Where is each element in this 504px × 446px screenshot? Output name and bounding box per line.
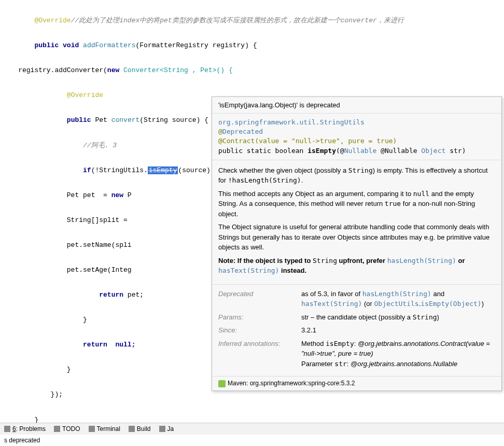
- hastext-link[interactable]: hasText(String): [218, 267, 279, 274]
- todo-icon: [54, 426, 60, 432]
- tooltip-footer: Maven: org.springframework:spring-core:5…: [212, 377, 501, 391]
- terminal-icon: [89, 426, 95, 432]
- build-icon: [129, 426, 135, 432]
- java-icon: [159, 426, 165, 432]
- tooltip-details: Deprecated as of 5.3, in favor of hasLen…: [212, 285, 501, 377]
- documentation-popup[interactable]: 'isEmpty(java.lang.Object)' is deprecate…: [212, 96, 502, 391]
- tooltip-header: 'isEmpty(java.lang.Object)' is deprecate…: [212, 97, 501, 114]
- terminal-tool[interactable]: Terminal: [89, 425, 120, 433]
- deprecated-method[interactable]: isEmpty: [148, 166, 178, 174]
- comment: //此处为了处理index中的将pet类型的参数改写成不应接联属性的形式，故在此…: [71, 17, 404, 24]
- java-tool[interactable]: Ja: [159, 425, 174, 433]
- problems-icon: [4, 426, 10, 432]
- tool-window-bar: 6: Problems TODO Terminal Build Ja: [0, 423, 504, 435]
- todo-tool[interactable]: TODO: [54, 425, 80, 433]
- haslength-link[interactable]: hasLength(String): [387, 257, 456, 264]
- maven-icon: [218, 380, 226, 387]
- tooltip-signature: org.springframework.util.StringUtils @De…: [212, 114, 501, 160]
- tooltip-description: Check whether the given object (possibly…: [212, 160, 501, 285]
- build-tool[interactable]: Build: [129, 425, 151, 433]
- status-message: s deprecated: [0, 435, 504, 446]
- override-annotation: @Override: [34, 17, 71, 24]
- problems-tool[interactable]: 6: Problems: [4, 425, 46, 433]
